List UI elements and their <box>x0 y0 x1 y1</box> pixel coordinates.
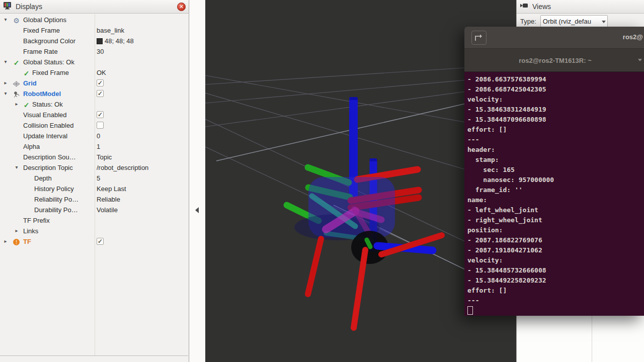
expand-arrow-icon[interactable]: ▸ <box>14 101 20 107</box>
value-text: 0 <box>97 132 100 140</box>
display-row-description-sou[interactable]: Description Sou…Topic <box>0 152 188 163</box>
display-row-frame-rate[interactable]: Frame Rate30 <box>0 47 188 57</box>
property-value-frame-rate[interactable]: 30 <box>97 48 186 55</box>
views-titlebar[interactable]: Views <box>517 0 644 14</box>
value-text: base_link <box>97 27 124 34</box>
display-row-fixed-frame[interactable]: ✓Fixed FrameOK <box>0 68 188 78</box>
property-value-reliability-po[interactable]: Reliable <box>97 196 186 203</box>
display-row-grid[interactable]: ▸Grid✓ <box>0 78 188 89</box>
color-swatch <box>97 38 103 44</box>
displays-titlebar[interactable]: Displays ✕ <box>0 0 189 14</box>
property-value-grid[interactable]: ✓ <box>97 79 186 86</box>
terminal-line: - 15.384638312484919 <box>467 105 644 115</box>
terminal-line: velocity: <box>467 255 644 265</box>
tf-icon <box>12 238 21 246</box>
view-type-dropdown[interactable]: Orbit (rviz_defau <box>540 15 608 28</box>
property-label: Update Interval <box>23 132 67 140</box>
property-label: Description Topic <box>23 164 73 171</box>
property-value-update-interval[interactable]: 0 <box>97 132 186 140</box>
value-text: 30 <box>97 48 104 55</box>
collapse-arrow-icon[interactable]: ▾ <box>14 164 20 170</box>
display-row-history-policy[interactable]: History PolicyKeep Last <box>0 184 188 195</box>
property-label: RobotModel <box>23 90 61 98</box>
property-value-robotmodel[interactable]: ✓ <box>97 90 186 97</box>
terminal-line: effort: [] <box>467 125 644 135</box>
new-tab-button[interactable] <box>471 31 487 45</box>
checkbox-checked[interactable]: ✓ <box>97 111 104 118</box>
property-label: Description Sou… <box>23 153 76 161</box>
display-row-alpha[interactable]: Alpha1 <box>0 142 188 152</box>
panel-splitter[interactable] <box>190 0 205 362</box>
terminal-output[interactable]: - 2086.6637576389994- 2086.6687425042305… <box>464 72 644 316</box>
property-value-history-policy[interactable]: Keep Last <box>97 185 186 193</box>
display-row-update-interval[interactable]: Update Interval0 <box>0 131 188 142</box>
displays-panel-title: Displays <box>16 3 42 11</box>
display-row-tf-prefix[interactable]: TF Prefix <box>0 216 188 226</box>
property-value-depth[interactable]: 5 <box>97 174 186 182</box>
display-row-fixed-frame[interactable]: Fixed Framebase_link <box>0 26 188 36</box>
property-label: TF Prefix <box>23 217 50 224</box>
grid-icon <box>12 79 21 88</box>
property-value-tf[interactable]: ✓ <box>97 238 186 245</box>
property-label: Alpha <box>23 143 40 150</box>
display-row-global-status-ok[interactable]: ▾✓Global Status: Ok <box>0 57 188 68</box>
property-value-visual-enabled[interactable]: ✓ <box>97 111 186 118</box>
display-row-global-options[interactable]: ▾⚙Global Options <box>0 15 188 26</box>
terminal-window[interactable]: ros2@ ros2@ros2-TM1613R: ~ - 2086.663757… <box>464 27 644 316</box>
property-value-durability-po[interactable]: Volatile <box>97 206 186 214</box>
collapse-arrow-icon[interactable]: ▾ <box>3 17 9 22</box>
collapse-arrow-icon[interactable]: ▾ <box>3 59 9 64</box>
display-row-status-ok[interactable]: ▸✓Status: Ok <box>0 100 188 110</box>
terminal-tabbar: ros2@ros2-TM1613R: ~ <box>464 49 644 72</box>
terminal-titlebar[interactable]: ros2@ <box>464 27 644 49</box>
terminal-line: - 2086.6687425042305 <box>467 84 644 95</box>
value-text: 48; 48; 48 <box>105 37 134 45</box>
property-value-description-topic[interactable]: /robot_description <box>97 164 186 171</box>
terminal-line: - right_wheel_joint <box>467 215 644 225</box>
display-row-links[interactable]: ▸Links <box>0 226 188 237</box>
display-row-tf[interactable]: ▸TF✓ <box>0 237 188 247</box>
tab-list-icon[interactable] <box>638 59 642 61</box>
property-value-background-color[interactable]: 48; 48; 48 <box>97 37 186 45</box>
property-value-fixed-frame[interactable]: OK <box>97 69 186 76</box>
display-row-visual-enabled[interactable]: Visual Enabled✓ <box>0 110 188 121</box>
property-label: Fixed Frame <box>23 27 60 34</box>
terminal-tab[interactable]: ros2@ros2-TM1613R: ~ <box>479 49 631 72</box>
property-label: Frame Rate <box>23 48 58 55</box>
collapse-arrow-icon[interactable]: ▾ <box>3 90 9 96</box>
checkbox-unchecked[interactable] <box>97 122 104 129</box>
gear-icon: ⚙ <box>12 16 21 25</box>
checkbox-checked[interactable]: ✓ <box>97 238 104 245</box>
close-icon[interactable]: ✕ <box>177 3 186 11</box>
value-text: Keep Last <box>97 185 126 193</box>
terminal-line: nanosec: 957000000 <box>467 175 644 185</box>
checkbox-checked[interactable]: ✓ <box>97 90 104 97</box>
display-row-reliability-po[interactable]: Reliability Po…Reliable <box>0 195 188 205</box>
expand-arrow-icon[interactable]: ▸ <box>14 228 20 233</box>
terminal-line: - 2086.6637576389994 <box>467 74 644 84</box>
checkbox-checked[interactable]: ✓ <box>97 79 104 86</box>
display-row-description-topic[interactable]: ▾Description Topic/robot_description <box>0 163 188 173</box>
property-label: History Policy <box>34 185 74 193</box>
collapse-panel-icon[interactable] <box>195 207 199 213</box>
property-value-alpha[interactable]: 1 <box>97 143 186 150</box>
expand-arrow-icon[interactable]: ▸ <box>3 238 9 244</box>
terminal-line: - 15.384485732666008 <box>467 265 644 276</box>
displays-panel: Displays ✕ ▾⚙Global OptionsFixed Frameba… <box>0 0 189 362</box>
display-row-background-color[interactable]: Background Color48; 48; 48 <box>0 36 188 47</box>
display-row-collision-enabled[interactable]: Collision Enabled <box>0 121 188 131</box>
property-label: Background Color <box>23 37 75 45</box>
terminal-line: effort: [] <box>467 286 644 296</box>
property-value-fixed-frame[interactable]: base_link <box>97 27 186 34</box>
display-row-depth[interactable]: Depth5 <box>0 173 188 184</box>
view-type-label: Type: <box>520 18 536 25</box>
display-row-durability-po[interactable]: Durability Po…Volatile <box>0 205 188 216</box>
property-value-collision-enabled[interactable] <box>97 122 186 129</box>
expand-arrow-icon[interactable]: ▸ <box>3 80 9 85</box>
display-row-robotmodel[interactable]: ▾RobotModel✓ <box>0 89 188 100</box>
terminal-line: name: <box>467 195 644 205</box>
value-text: 1 <box>97 143 100 150</box>
terminal-line: - 15.384492258209232 <box>467 276 644 286</box>
property-value-description-sou[interactable]: Topic <box>97 153 186 161</box>
property-label: Global Options <box>23 16 66 24</box>
